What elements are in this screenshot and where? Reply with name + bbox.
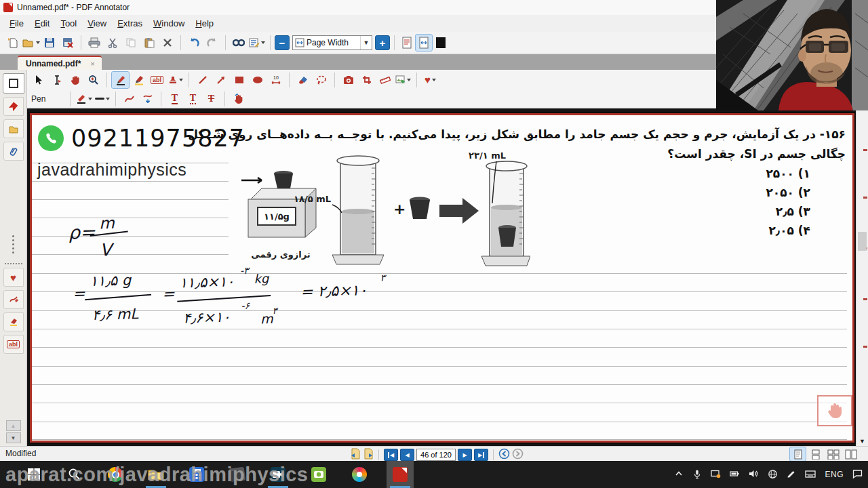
prev-annotated-page-button[interactable]: [350, 448, 361, 462]
copy-button[interactable]: [122, 34, 140, 52]
microphone-icon[interactable]: [692, 469, 702, 481]
sidebar-tab-thumbnails[interactable]: [3, 73, 24, 94]
paint-app-icon[interactable]: [351, 466, 368, 483]
print-button[interactable]: [85, 34, 103, 52]
zoom-combo[interactable]: Page Width ▼: [292, 35, 372, 50]
language-indicator[interactable]: ENG: [825, 470, 844, 479]
document-tab[interactable]: Unnamed.pdf* ×: [18, 56, 102, 70]
battery-icon[interactable]: [730, 469, 740, 480]
pen-color-caret-icon[interactable]: [88, 98, 92, 100]
line-tool[interactable]: [194, 72, 211, 88]
eraser-tool[interactable]: [294, 72, 311, 88]
cut-button[interactable]: [104, 34, 121, 52]
measure-tool[interactable]: 10: [267, 72, 284, 88]
sidebar-tab-bookmarks[interactable]: [3, 97, 24, 116]
zoom-combo-caret-icon[interactable]: ▼: [360, 36, 372, 49]
fullscreen-view-button[interactable]: [433, 35, 449, 51]
sidebar-scroll-up-button[interactable]: ▲: [6, 420, 21, 431]
ellipse-tool[interactable]: [249, 72, 266, 88]
menu-view[interactable]: View: [82, 16, 112, 30]
menu-help[interactable]: Help: [190, 16, 219, 30]
favorites-caret-icon[interactable]: [432, 79, 436, 81]
sidebar-tab-attachments[interactable]: [3, 142, 24, 161]
last-page-button[interactable]: ▶: [474, 449, 488, 461]
delete-button[interactable]: [159, 34, 176, 52]
snap-stroke-button[interactable]: [139, 91, 156, 107]
rectangle-tool[interactable]: [231, 72, 248, 88]
menu-file[interactable]: File: [4, 16, 29, 30]
pdf-annotator-taskbar-icon[interactable]: [392, 466, 408, 483]
sidebar-tab-text[interactable]: abl: [3, 335, 24, 354]
crop-tool[interactable]: [358, 72, 375, 88]
annotations-caret-icon[interactable]: [261, 41, 265, 44]
squiggly-text-button[interactable]: T: [184, 91, 201, 107]
pdf-page[interactable]: 09211975827 javadrahimiphysics ۱۵۶- در ی…: [28, 112, 856, 444]
first-page-button[interactable]: ◀: [384, 449, 398, 461]
layout-continuous-button[interactable]: [808, 447, 823, 461]
find-button[interactable]: [230, 34, 248, 52]
scrollbar-thumb[interactable]: [858, 232, 867, 251]
save-button[interactable]: [41, 34, 58, 52]
text-box-tool[interactable]: abl: [149, 72, 165, 88]
single-page-view-button[interactable]: [399, 35, 415, 51]
history-back-button[interactable]: [498, 448, 510, 462]
stamp-caret-icon[interactable]: [179, 79, 183, 81]
previous-page-button[interactable]: ◀: [400, 449, 414, 461]
layout-single-button[interactable]: [790, 447, 806, 461]
layout-facing-button[interactable]: [825, 447, 841, 461]
line-width-button[interactable]: [94, 91, 111, 107]
menu-tool[interactable]: Tool: [55, 16, 82, 30]
save-as-button[interactable]: [59, 34, 77, 52]
menu-extras[interactable]: Extras: [112, 16, 148, 30]
arrow-tool[interactable]: [212, 72, 229, 88]
smooth-stroke-button[interactable]: [121, 91, 138, 107]
text-select-tool[interactable]: [48, 72, 65, 88]
marker-tool[interactable]: [130, 72, 147, 88]
strikeout-text-button[interactable]: T: [203, 91, 220, 107]
sidebar-tab-pen[interactable]: [3, 290, 24, 309]
sidebar-tab-favorites[interactable]: ♥: [3, 268, 24, 287]
zoom-in-button[interactable]: +: [375, 35, 390, 50]
hand-annotation-box[interactable]: [817, 395, 852, 426]
scroll-down-arrow[interactable]: ▼: [856, 438, 868, 445]
pan-tool[interactable]: [66, 72, 83, 88]
underline-text-button[interactable]: T: [166, 91, 183, 107]
pen-color-button[interactable]: [75, 91, 92, 107]
menu-window[interactable]: Window: [148, 16, 190, 30]
sidebar-drag-handle[interactable]: [12, 235, 14, 253]
next-annotated-page-button[interactable]: [363, 448, 374, 462]
stamp-tool[interactable]: [167, 72, 184, 88]
snapshot-tool[interactable]: [340, 72, 357, 88]
pen-tool[interactable]: [112, 72, 129, 88]
screen-share-icon[interactable]: [711, 469, 721, 480]
tab-close-icon[interactable]: ×: [90, 60, 94, 68]
favorites-tool[interactable]: ♥: [422, 72, 439, 88]
sidebar-scroll-down-button[interactable]: ▼: [6, 432, 21, 443]
sidebar-tab-marker[interactable]: [3, 312, 24, 331]
redo-button[interactable]: [203, 34, 221, 52]
new-document-button[interactable]: [4, 34, 22, 52]
image-tool[interactable]: [395, 72, 412, 88]
fit-width-view-button[interactable]: [416, 35, 432, 51]
paste-button[interactable]: [140, 34, 158, 52]
menu-edit[interactable]: Edit: [29, 16, 55, 30]
history-forward-button[interactable]: [512, 448, 524, 462]
lasso-tool[interactable]: [313, 72, 330, 88]
volume-icon[interactable]: [749, 469, 759, 480]
zoom-tool[interactable]: [85, 72, 102, 88]
network-globe-icon[interactable]: [768, 469, 778, 481]
next-page-button[interactable]: ▶: [458, 449, 472, 461]
page-number-input[interactable]: [416, 449, 456, 461]
action-center-icon[interactable]: [852, 469, 863, 480]
ocam-icon[interactable]: [311, 466, 327, 483]
windows-ink-icon[interactable]: [787, 469, 796, 480]
zoom-out-button[interactable]: −: [275, 35, 290, 50]
document-canvas[interactable]: 09211975827 javadrahimiphysics ۱۵۶- در ی…: [27, 108, 856, 446]
select-tool[interactable]: [30, 72, 47, 88]
sidebar-tab-pages[interactable]: [3, 119, 24, 138]
open-button[interactable]: [22, 34, 40, 52]
manage-annotations-button[interactable]: [248, 34, 266, 52]
ruler-tool[interactable]: [376, 72, 393, 88]
image-caret-icon[interactable]: [407, 79, 411, 81]
open-caret-icon[interactable]: [36, 41, 40, 44]
